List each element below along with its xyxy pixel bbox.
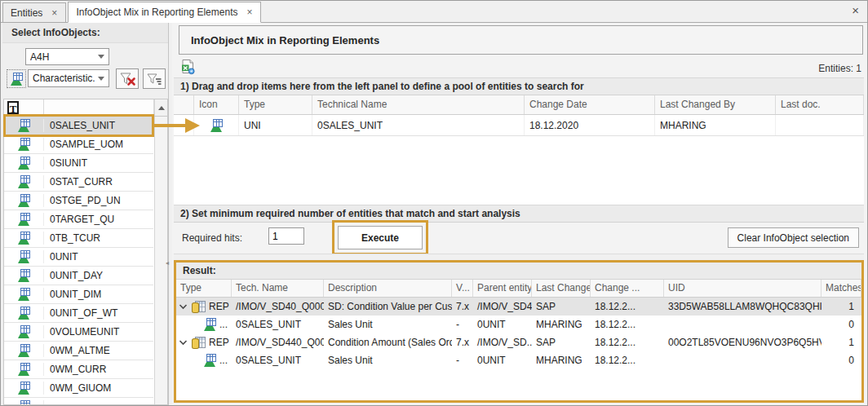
list-item[interactable]: 0TB_TCUR: [4, 229, 153, 248]
list-item[interactable]: 0UNIT_OF_WT: [4, 304, 153, 323]
result-row[interactable]: REP /IMO/V_SD40_Q0001 SD: Condition Valu…: [176, 298, 861, 316]
header-cell-uid[interactable]: UID: [664, 280, 822, 297]
export-excel-button[interactable]: [179, 59, 197, 77]
tab-entities[interactable]: Entities ×: [2, 2, 66, 22]
header-cell-type[interactable]: Type: [239, 95, 312, 114]
header-cell-type[interactable]: Type: [176, 280, 232, 297]
infoobject-type-button[interactable]: [7, 69, 26, 88]
list-item-label: 0TB_TCUR: [44, 232, 100, 244]
list-item[interactable]: 0STGE_PD_UN: [4, 192, 153, 210]
characteristic-icon: [17, 194, 30, 207]
close-icon[interactable]: ×: [51, 9, 58, 17]
characteristic-icon: [17, 269, 30, 282]
header-cell-icon[interactable]: Icon: [194, 95, 239, 114]
header-cell-description[interactable]: Description: [324, 280, 452, 297]
list-item[interactable]: 0SAMPLE_UOM: [4, 135, 153, 154]
row-parent-entity: 0UNIT: [473, 319, 532, 330]
list-body: 0SALES_UNIT 0SAMPLE_UOM 0SIUNIT 0STAT_CU…: [4, 117, 167, 405]
list-item[interactable]: 0WM_CURR: [4, 360, 153, 379]
list-item[interactable]: 0WM_GIUOM: [4, 379, 153, 398]
required-hits-label: Required hits:: [182, 232, 242, 244]
close-icon[interactable]: ×: [852, 5, 859, 16]
list-item[interactable]: 0VOLUMEUNIT: [4, 323, 153, 342]
analysis-section-header: 2) Set minimum required number of entiti…: [174, 205, 864, 223]
header-cell-last-change[interactable]: Last Change...: [532, 280, 591, 297]
list-item[interactable]: 0UNIT: [4, 248, 153, 267]
header-cell-last-doc[interactable]: Last doc.: [776, 95, 864, 114]
close-icon[interactable]: ×: [246, 8, 253, 16]
execute-button[interactable]: Execute: [338, 226, 423, 249]
header-cell-matches[interactable]: Matches: [822, 280, 861, 297]
page-title-box: InfoObject Mix in Reporting Elements: [179, 25, 863, 55]
result-row[interactable]: ... 0SALES_UNIT Sales Unit - 0UNIT MHARI…: [176, 351, 861, 369]
row-tech-name: /IMO/V_SD40_Q0001: [232, 301, 324, 312]
list-item-label: 0WM_ALTME: [44, 345, 110, 356]
characteristic-icon: [17, 175, 30, 188]
list-item[interactable]: 0TARGET_QU: [4, 210, 153, 229]
characteristic-icon: [203, 354, 216, 367]
chevron-down-icon[interactable]: [179, 302, 188, 311]
filter-icon: [145, 70, 163, 88]
row-tech-name: /IMO/V_SD440_Q0001: [232, 337, 324, 348]
row-last-changed-by: SAP: [532, 337, 591, 348]
row-type-cell: ...: [176, 354, 232, 367]
row-type: ...: [219, 355, 228, 366]
table-row[interactable]: UNI 0SALES_UNIT 18.12.2020 MHARING: [174, 115, 864, 136]
scroll-up-icon: [158, 106, 165, 110]
result-row[interactable]: ... 0SALES_UNIT Sales Unit - 0UNIT MHARI…: [176, 316, 861, 333]
header-cell-tech-name[interactable]: Tech. Name: [232, 280, 324, 297]
row-version: 7.x: [452, 337, 473, 348]
row-parent-entity: /IMO/V_SD...: [473, 337, 532, 348]
row-last-doc: [776, 115, 864, 135]
name-column-header[interactable]: [44, 99, 154, 116]
row-tech-name: 0SALES_UNIT: [232, 355, 324, 366]
header-cell-change[interactable]: Change ...: [591, 280, 664, 297]
filter-button[interactable]: [143, 68, 166, 89]
list-item-0sales-unit[interactable]: 0SALES_UNIT: [4, 117, 153, 135]
type-select-value: Characteristic...: [33, 73, 95, 84]
list-item[interactable]: 0STAT_CURR: [4, 173, 153, 192]
header-cell-technical-name[interactable]: Technical Name: [312, 95, 525, 114]
scroll-up-button[interactable]: [154, 99, 167, 116]
analysis-controls: Required hits: Execute Clear InfoObject …: [174, 223, 864, 254]
characteristic-icon: [17, 288, 30, 301]
header-cell-last-changed-by[interactable]: Last Changed By: [655, 95, 776, 114]
required-hits-input[interactable]: [268, 227, 304, 245]
header-cell-parent-entity[interactable]: Parent entity: [473, 280, 532, 297]
row-description: Sales Unit: [324, 319, 452, 330]
row-type-cell: REP: [176, 300, 232, 313]
row-matches: 1: [822, 337, 861, 348]
list-item-label: 0UNIT_DIM: [44, 289, 101, 300]
list-item-label: 0STAT_CURR: [44, 176, 113, 188]
collapse-left-icon[interactable]: ◂: [166, 259, 169, 267]
result-table-header-row: Type Tech. Name Description V... Parent …: [176, 280, 861, 298]
horizontal-splitter[interactable]: ▴: [174, 254, 864, 260]
row-type-cell: ...: [176, 318, 232, 331]
tab-bar: Entities × InfoObject Mix in Reporting E…: [1, 1, 867, 23]
characteristic-icon: [203, 318, 216, 331]
result-row[interactable]: REP /IMO/V_SD440_Q0001 Condition Amount …: [176, 333, 861, 351]
list-item-label: 0UNIT: [44, 251, 78, 263]
list-item[interactable]: 0SIUNIT: [4, 154, 153, 173]
text-column-header[interactable]: T: [4, 99, 44, 116]
page-title: InfoObject Mix in Reporting Elements: [179, 34, 379, 46]
header-cell-change-date[interactable]: Change Date: [525, 95, 655, 114]
characteristic-icon: [17, 119, 30, 132]
system-select[interactable]: A4H: [25, 48, 109, 65]
row-version: 7.x: [452, 301, 473, 312]
list-item[interactable]: 0UNIT_DIM: [4, 285, 153, 304]
clear-filter-button[interactable]: [116, 68, 139, 89]
row-technical-name: 0SALES_UNIT: [312, 115, 525, 135]
row-tech-name: 0SALES_UNIT: [232, 319, 324, 330]
type-select[interactable]: Characteristic...: [28, 69, 109, 87]
clear-infoobject-selection-button[interactable]: Clear InfoObject selection: [728, 227, 859, 248]
list-item-partial[interactable]: [4, 398, 153, 405]
tab-infoobject-mix[interactable]: InfoObject Mix in Reporting Elements ×: [68, 2, 261, 23]
row-indent-cell: [174, 115, 194, 135]
list-item[interactable]: 0WM_ALTME: [4, 342, 153, 360]
list-item[interactable]: 0UNIT_DAY: [4, 267, 153, 285]
chevron-down-icon[interactable]: [179, 338, 188, 346]
result-section: Result: Type Tech. Name Description V...…: [174, 260, 864, 403]
left-panel: Select InfoObjects: A4H Characteristic..…: [2, 23, 169, 405]
header-cell-version[interactable]: V...: [452, 280, 473, 297]
